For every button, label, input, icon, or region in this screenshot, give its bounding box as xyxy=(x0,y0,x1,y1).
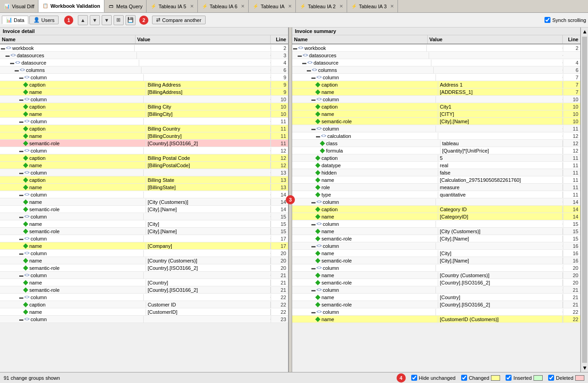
collapse-icon[interactable]: ▬ xyxy=(19,214,23,219)
collapse-icon[interactable]: ▬ xyxy=(19,273,23,278)
scroll-down-btn[interactable]: ▼ xyxy=(581,364,588,372)
row-name: name xyxy=(321,229,334,234)
inserted-checkbox[interactable] xyxy=(506,375,512,381)
collapse-icon[interactable]: ▬ xyxy=(311,97,316,102)
nav-up-btn[interactable]: ▲ xyxy=(78,15,88,25)
collapse-icon[interactable]: ▬ xyxy=(19,251,23,256)
row-value-cell: Billing State xyxy=(146,177,271,183)
collapse-icon[interactable]: ▬ xyxy=(311,75,316,80)
panel-divider[interactable]: ⋮3 xyxy=(289,27,292,372)
row-value-cell xyxy=(436,268,563,268)
row-value-cell xyxy=(436,77,563,78)
row-value-cell xyxy=(436,312,563,312)
row-value-cell: [Quantity]*[UnitPrice] xyxy=(441,148,563,154)
tab-tableau-ia-5-close[interactable]: ✕ xyxy=(190,4,194,9)
row-line-cell: 21 xyxy=(271,272,288,279)
table-row: name[Country]21 xyxy=(0,279,288,286)
collapse-icon[interactable]: ▬ xyxy=(311,288,316,292)
changed-checkbox[interactable] xyxy=(461,375,467,381)
tab-tableau-ia-2-close[interactable]: ✕ xyxy=(339,4,343,9)
table-row: ▬<>datasource4 xyxy=(0,59,288,66)
tab-tableau-ia-2[interactable]: ⚡ Tableau IA 2 ✕ xyxy=(296,0,347,13)
table-row: ▬<>columns6 xyxy=(292,66,580,74)
collapse-icon[interactable]: ▬ xyxy=(311,126,316,131)
row-name: name xyxy=(321,317,334,322)
row-name-cell: name xyxy=(292,250,438,257)
row-line-cell: 14 xyxy=(563,206,580,213)
tab-tableau-ia-3[interactable]: ⚡ Tableau IA 3 ✕ xyxy=(347,0,398,13)
row-value-cell xyxy=(144,77,271,78)
table-row: captionCategory ID14 xyxy=(292,206,580,213)
collapse-icon[interactable]: ▬ xyxy=(293,46,297,50)
collapse-icon[interactable]: ▬ xyxy=(311,222,316,226)
row-line-cell: 2 xyxy=(563,45,580,51)
collapse-icon[interactable]: ▬ xyxy=(15,68,19,72)
nav-down2-btn[interactable]: ▼ xyxy=(102,15,112,25)
users-tab[interactable]: 👤 Users xyxy=(29,16,59,24)
compare-another-btn[interactable]: ⇄ Compare another xyxy=(152,16,206,24)
row-line-cell: 13 xyxy=(271,184,288,191)
row-line-cell: 15 xyxy=(271,228,288,235)
row-name: column xyxy=(323,221,339,227)
scroll-thumb[interactable] xyxy=(582,37,587,363)
collapse-icon[interactable]: ▬ xyxy=(10,60,14,65)
tab-tableau-ia-5[interactable]: ⚡ Tableau IA 5 ✕ xyxy=(147,0,198,13)
collapse-icon[interactable]: ▬ xyxy=(19,148,23,153)
collapse-icon[interactable]: ▬ xyxy=(1,46,5,50)
scroll-up-btn[interactable]: ▲ xyxy=(581,27,588,36)
right-col-value-header: Value xyxy=(428,35,563,44)
row-name-cell: ▬<>column xyxy=(0,250,144,257)
table-row: name[BillingState]13 xyxy=(0,184,288,191)
row-line-cell: 22 xyxy=(271,309,288,315)
row-line-cell: 9 xyxy=(271,74,288,81)
row-name: calculation xyxy=(327,133,351,139)
synch-scrolling-checkbox[interactable] xyxy=(544,17,550,23)
nav-down-btn[interactable]: ▼ xyxy=(90,15,100,25)
collapse-icon[interactable]: ▬ xyxy=(311,310,316,314)
tab-visual-diff[interactable]: 📊 Visual Diff xyxy=(0,0,38,13)
expand-btn[interactable]: ⊞ xyxy=(114,15,124,25)
right-table-body[interactable]: ▬<>workbook2▬<>datasources▬<>datasource4… xyxy=(292,44,580,372)
collapse-icon[interactable]: ▬ xyxy=(19,192,23,197)
row-value-cell: [Country].[ISO3166_2] xyxy=(146,287,271,293)
row-value-cell: Billing Postal Code xyxy=(146,155,271,161)
tab-tableau-ia-3-close[interactable]: ✕ xyxy=(390,4,394,9)
row-line-cell: 20 xyxy=(271,250,288,257)
tableau-ia-6-icon: ⚡ xyxy=(201,3,208,10)
data-tab[interactable]: 📊 Data xyxy=(2,16,28,24)
hide-unchanged-checkbox[interactable] xyxy=(411,375,417,381)
tab-tableau-ia-6[interactable]: ⚡ Tableau IA 6 ✕ xyxy=(198,0,249,13)
right-scrollbar[interactable]: ▲ ▼ xyxy=(581,27,588,372)
collapse-icon[interactable]: ▬ xyxy=(19,317,23,322)
collapse-icon[interactable]: ▬ xyxy=(19,97,23,102)
tab-meta-query[interactable]: 🗃 Meta Query xyxy=(104,0,147,13)
collapse-icon[interactable]: ▬ xyxy=(19,295,23,300)
collapse-icon[interactable]: ▬ xyxy=(302,60,306,65)
tab-workbook-validation[interactable]: 📋 Workbook Validation xyxy=(38,0,104,13)
collapse-icon[interactable]: ▬ xyxy=(19,170,23,175)
row-value-cell: [CategoryID] xyxy=(438,213,563,220)
row-name-cell: name xyxy=(0,199,146,205)
collapse-icon[interactable]: ▬ xyxy=(311,244,316,248)
tab-tableau-ia[interactable]: ⚡ Tableau IA ✕ xyxy=(249,0,296,13)
collapse-icon[interactable]: ▬ xyxy=(311,200,316,204)
left-table-body[interactable]: ▬<>workbook2▬<>datasources3▬<>datasource… xyxy=(0,44,288,372)
collapse-icon[interactable]: ▬ xyxy=(19,75,23,80)
table-row: semantic-role[City].[Name]14 xyxy=(0,206,288,213)
table-row: rolemeasure11 xyxy=(292,184,580,191)
tab-tableau-ia-6-close[interactable]: ✕ xyxy=(241,4,245,9)
collapse-icon[interactable]: ▬ xyxy=(298,53,302,58)
collapse-icon[interactable]: ▬ xyxy=(19,119,23,124)
collapse-icon[interactable]: ▬ xyxy=(307,68,311,72)
row-value-cell xyxy=(434,70,563,71)
save-btn[interactable]: 💾 xyxy=(125,15,136,25)
collapse-icon[interactable]: ▬ xyxy=(19,236,23,241)
collapse-icon[interactable]: ▬ xyxy=(311,266,316,270)
collapse-icon[interactable]: ▬ xyxy=(316,134,320,138)
deleted-checkbox[interactable] xyxy=(548,375,554,381)
tab-tableau-ia-close[interactable]: ✕ xyxy=(288,4,292,9)
collapse-icon[interactable]: ▬ xyxy=(5,53,10,58)
row-line-cell: 11 xyxy=(563,192,580,198)
row-name-cell: ▬<>column xyxy=(0,316,144,323)
row-name-cell: semantic-role xyxy=(292,301,438,308)
